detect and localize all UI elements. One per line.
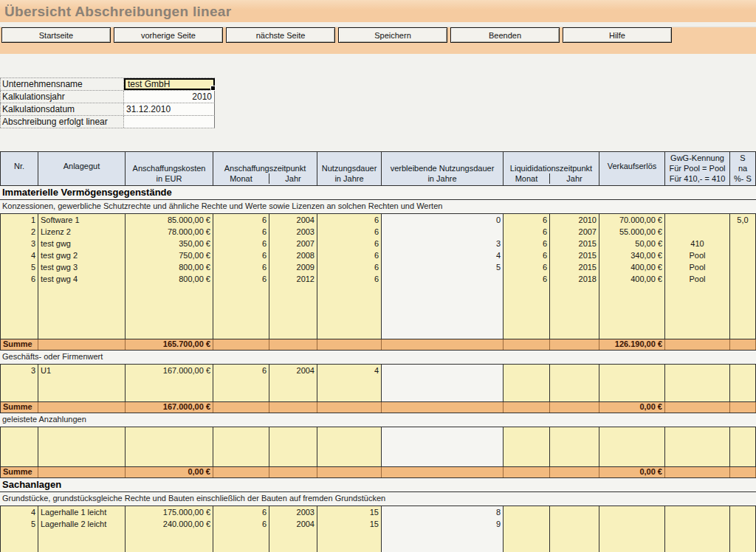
cell-liq-jahr[interactable]: 2007 [550, 226, 599, 238]
cell-anlagegut[interactable]: U1 [38, 365, 125, 376]
cell-ansch-monat[interactable]: 6 [213, 214, 269, 226]
cell-verkaufserloes[interactable]: 400,00 € [599, 261, 664, 273]
cell-liq-monat[interactable]: 6 [504, 214, 549, 226]
cell-nr[interactable]: 5 [1, 261, 38, 273]
cell-kosten[interactable]: 85.000,00 € [126, 214, 213, 226]
cell-ansch-monat[interactable]: 6 [213, 273, 269, 285]
cell-ansch-jahr[interactable]: 2004 [269, 214, 317, 226]
cell-gwg[interactable] [665, 365, 729, 376]
cell-gwg[interactable] [665, 226, 729, 238]
cell-anlagegut[interactable]: Lizenz 2 [38, 226, 125, 238]
cell-liq-monat[interactable]: 6 [504, 273, 549, 285]
cell-liq-jahr[interactable] [550, 518, 599, 530]
form-value-cell[interactable]: 31.12.2010 [124, 103, 215, 115]
cell-kosten[interactable]: 800,00 € [126, 273, 213, 285]
cell-gwg[interactable] [665, 214, 729, 226]
cell-verkaufserloes[interactable]: 340,00 € [599, 249, 664, 261]
cell-sonder[interactable] [730, 226, 755, 238]
cell-verkaufserloes[interactable]: 50,00 € [599, 238, 664, 249]
toolbar-button-n-chste-seite[interactable]: nächste Seite [226, 27, 335, 43]
cell-ansch-monat[interactable]: 6 [213, 238, 269, 249]
cell-ansch-jahr[interactable]: 2012 [269, 273, 317, 285]
cell-nr[interactable]: 5 [1, 518, 38, 530]
cell-ansch-jahr[interactable]: 2007 [269, 238, 317, 249]
cell-kosten[interactable]: 240.000,00 € [126, 518, 213, 530]
cell-ansch-monat[interactable]: 6 [213, 226, 269, 238]
cell-nutzungsdauer[interactable]: 4 [317, 365, 381, 376]
cell-nr[interactable]: 2 [1, 226, 38, 238]
cell-nutzungsdauer[interactable]: 6 [317, 261, 381, 273]
cell-ansch-monat[interactable]: 6 [213, 249, 269, 261]
cell-gwg[interactable] [665, 506, 729, 518]
selection-fill-handle[interactable] [210, 86, 216, 91]
cell-verkaufserloes[interactable]: 70.000,00 € [599, 214, 664, 226]
cell-verbleibende[interactable] [382, 365, 503, 376]
cell-liq-monat[interactable]: 6 [504, 238, 549, 249]
cell-sonder[interactable] [730, 273, 755, 285]
cell-gwg[interactable] [665, 518, 729, 530]
cell-liq-monat[interactable]: 6 [504, 261, 549, 273]
cell-nutzungsdauer[interactable]: 6 [317, 249, 381, 261]
cell-nutzungsdauer[interactable]: 6 [317, 226, 381, 238]
cell-liq-monat[interactable]: 6 [504, 249, 549, 261]
cell-kosten[interactable]: 175.000,00 € [126, 506, 213, 518]
cell-verkaufserloes[interactable] [599, 506, 664, 518]
cell-kosten[interactable]: 167.000,00 € [126, 365, 213, 376]
cell-nr[interactable]: 4 [1, 506, 38, 518]
cell-sonder[interactable] [730, 249, 755, 261]
toolbar-button-vorherige-seite[interactable]: vorherige Seite [114, 27, 223, 43]
cell-sonder[interactable] [730, 365, 755, 376]
cell-verkaufserloes[interactable]: 55.000,00 € [599, 226, 664, 238]
cell-liq-jahr[interactable]: 2010 [550, 214, 599, 226]
cell-anlagegut[interactable]: test gwg 3 [38, 261, 125, 273]
cell-anlagegut[interactable]: Lagerhalle 1 leicht [38, 506, 125, 518]
cell-gwg[interactable]: Pool [665, 273, 729, 285]
toolbar-button-beenden[interactable]: Beenden [450, 27, 560, 43]
cell-nutzungsdauer[interactable]: 15 [317, 518, 381, 530]
cell-nr[interactable]: 3 [1, 365, 38, 376]
cell-nutzungsdauer[interactable]: 6 [317, 238, 381, 249]
cell-liq-jahr[interactable]: 2015 [550, 238, 599, 249]
cell-liq-jahr[interactable]: 2018 [550, 273, 599, 285]
form-value-cell[interactable]: test GmbH [124, 78, 215, 90]
cell-nutzungsdauer[interactable]: 15 [317, 506, 381, 518]
cell-sonder[interactable]: 5,0 [730, 214, 755, 226]
cell-ansch-jahr[interactable]: 2004 [269, 365, 317, 376]
cell-anlagegut[interactable]: test gwg 2 [38, 249, 125, 261]
cell-ansch-monat[interactable]: 6 [213, 518, 269, 530]
cell-nr[interactable]: 1 [1, 214, 38, 226]
cell-verbleibende[interactable]: 0 [382, 214, 503, 226]
cell-kosten[interactable]: 78.000,00 € [126, 226, 213, 238]
cell-liq-jahr[interactable] [550, 365, 599, 376]
cell-verbleibende[interactable]: 8 [382, 506, 503, 518]
cell-nutzungsdauer[interactable]: 6 [317, 214, 381, 226]
cell-anlagegut[interactable]: Lagerhalle 2 leicht [38, 518, 125, 530]
cell-nr[interactable]: 6 [1, 273, 38, 285]
cell-verbleibende[interactable] [382, 273, 503, 285]
toolbar-button-hilfe[interactable]: Hilfe [563, 27, 672, 43]
cell-verkaufserloes[interactable]: 400,00 € [599, 273, 664, 285]
cell-ansch-monat[interactable]: 6 [213, 506, 269, 518]
form-value-cell[interactable]: 2010 [124, 91, 215, 103]
cell-verkaufserloes[interactable] [599, 365, 664, 376]
cell-liq-monat[interactable] [504, 518, 549, 530]
cell-verbleibende[interactable]: 9 [382, 518, 503, 530]
cell-liq-monat[interactable]: 6 [504, 226, 549, 238]
cell-nr[interactable]: 3 [1, 238, 38, 249]
cell-gwg[interactable]: Pool [665, 249, 729, 261]
cell-liq-monat[interactable] [504, 365, 549, 376]
cell-verbleibende[interactable] [382, 226, 503, 238]
cell-ansch-jahr[interactable]: 2003 [269, 506, 317, 518]
cell-ansch-jahr[interactable]: 2003 [269, 226, 317, 238]
cell-nutzungsdauer[interactable]: 6 [317, 273, 381, 285]
cell-kosten[interactable]: 800,00 € [126, 261, 213, 273]
cell-sonder[interactable] [730, 261, 755, 273]
cell-verkaufserloes[interactable] [599, 518, 664, 530]
cell-sonder[interactable] [730, 238, 755, 249]
cell-ansch-monat[interactable]: 6 [213, 261, 269, 273]
cell-liq-monat[interactable] [504, 506, 549, 518]
form-value-cell[interactable] [124, 116, 215, 128]
cell-ansch-jahr[interactable]: 2008 [269, 249, 317, 261]
toolbar-button-speichern[interactable]: Speichern [338, 27, 447, 43]
cell-sonder[interactable] [730, 518, 755, 530]
